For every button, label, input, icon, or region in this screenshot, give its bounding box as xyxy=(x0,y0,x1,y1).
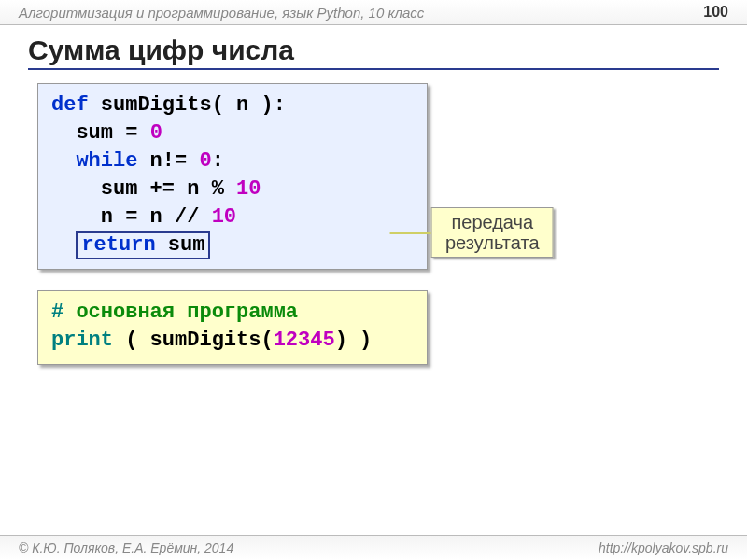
callout: передача результата xyxy=(431,207,554,258)
code-line: sum = 0 xyxy=(51,119,414,147)
page-number: 100 xyxy=(703,4,728,21)
code-line: n = n // 10 xyxy=(51,203,414,231)
return-highlight: return sum xyxy=(76,231,210,259)
callout-connector xyxy=(390,232,431,234)
callout-text: передача xyxy=(445,212,540,232)
code-line: print ( sumDigits(12345) ) xyxy=(51,327,414,355)
kw-def: def xyxy=(51,93,89,117)
callout-text: результата xyxy=(445,232,540,253)
comment-text: основная программа xyxy=(63,301,298,324)
code-text: ) ) xyxy=(335,329,373,352)
slide-header: Алгоритмизация и программирование, язык … xyxy=(0,0,747,25)
kw-while: while xyxy=(76,149,137,173)
code-number: 10 xyxy=(236,177,261,201)
code-number: 10 xyxy=(212,205,236,229)
code-main: # основная программа print ( sumDigits(1… xyxy=(37,290,428,365)
code-text: sum = xyxy=(76,121,149,145)
code-text: sumDigits( n ): xyxy=(89,93,286,117)
footer-url: http://kpolyakov.spb.ru xyxy=(599,540,728,555)
code-line: sum += n % 10 xyxy=(51,175,414,203)
code-line: # основная программа xyxy=(51,299,414,327)
code-text: : xyxy=(212,149,224,173)
callout-box: передача результата xyxy=(431,207,554,258)
code-line: def sumDigits( n ): xyxy=(51,91,414,119)
kw-return: return xyxy=(81,233,155,257)
code-number: 0 xyxy=(199,149,211,173)
code-line: return sum xyxy=(51,231,414,259)
code-text: sum xyxy=(156,233,205,257)
code-text: n!= xyxy=(137,149,199,173)
code-text: sum += n % xyxy=(101,177,236,201)
slide-footer: © К.Ю. Поляков, Е.А. Ерёмин, 2014 http:/… xyxy=(0,535,747,560)
code-function: def sumDigits( n ): sum = 0 while n!= 0:… xyxy=(37,83,428,270)
header-subject: Алгоритмизация и программирование, язык … xyxy=(19,5,424,21)
comment-hash: # xyxy=(51,301,63,324)
code-number: 12345 xyxy=(274,329,335,352)
footer-copyright: © К.Ю. Поляков, Е.А. Ерёмин, 2014 xyxy=(19,540,233,555)
slide-title: Сумма цифр числа xyxy=(28,35,719,70)
code-number: 0 xyxy=(150,121,162,145)
kw-print: print xyxy=(51,329,113,352)
code-text: ( sumDigits( xyxy=(113,329,274,352)
code-text: n = n // xyxy=(101,205,212,229)
code-line: while n!= 0: xyxy=(51,147,414,175)
